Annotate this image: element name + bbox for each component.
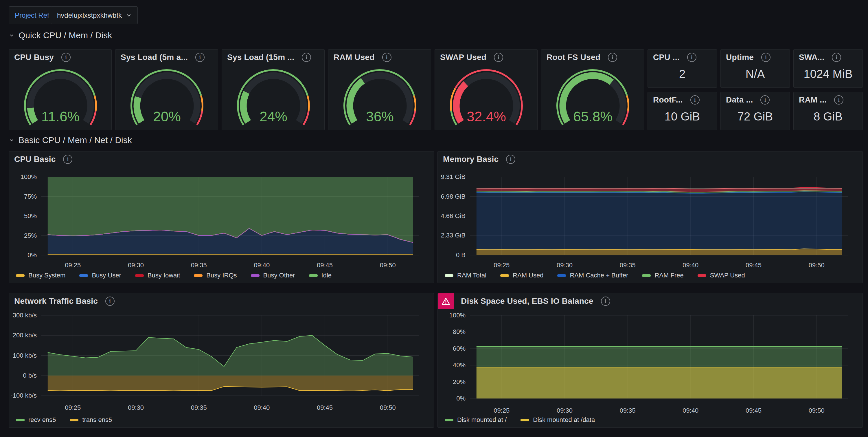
legend-item[interactable]: recv ens5 — [16, 416, 56, 424]
section-basic-cpu-mem-net-disk[interactable]: Basic CPU / Mem / Net / Disk — [9, 135, 132, 146]
panel-title: Data ... — [726, 95, 753, 105]
legend-swatch — [500, 274, 509, 277]
legend-item[interactable]: trans ens5 — [70, 416, 112, 424]
y-axis-label: 0% — [438, 395, 466, 402]
panel-header[interactable]: CPU ... — [648, 50, 717, 65]
legend-item[interactable]: RAM Total — [445, 272, 486, 279]
stat-value: 72 GiB — [721, 110, 789, 123]
panel-title: CPU Busy — [14, 53, 54, 62]
info-icon[interactable] — [105, 296, 115, 306]
y-axis-label: 75% — [9, 193, 37, 200]
legend-swatch — [642, 274, 651, 277]
x-axis-label: 09:40 — [254, 404, 270, 411]
project-ref-label-chip: Project Ref — [9, 6, 55, 24]
panel-header[interactable]: Disk Space Used, EBS IO Balance — [438, 293, 863, 309]
panel-title: RAM Used — [334, 53, 375, 62]
legend-label: Disk mounted at /data — [533, 416, 595, 424]
y-axis-label: 40% — [438, 361, 466, 369]
gauge-value: 11.6% — [41, 109, 80, 124]
info-icon[interactable] — [687, 53, 696, 62]
info-icon[interactable] — [382, 53, 392, 62]
info-icon[interactable] — [761, 53, 771, 62]
panel-memory-basic: Memory Basic 0 B2.33 GiB4.66 GiB6.98 GiB… — [437, 151, 863, 283]
info-icon[interactable] — [63, 155, 72, 164]
gauge-panel: Sys Load (15m ...24% — [222, 49, 324, 130]
chart-legend: recv ens5trans ens5 — [16, 415, 112, 425]
legend-swatch — [194, 274, 203, 277]
x-axis-label: 09:35 — [191, 262, 207, 269]
y-axis-label: 25% — [9, 232, 37, 239]
panel-header[interactable]: Root FS Used — [541, 50, 644, 65]
gauge-panel: Root FS Used65.8% — [541, 49, 644, 130]
panel-header[interactable]: SWAP Used — [435, 50, 537, 65]
panel-header[interactable]: RAM Used — [329, 50, 431, 65]
info-icon[interactable] — [195, 53, 205, 62]
panel-title: Sys Load (5m a... — [121, 53, 188, 62]
info-icon[interactable] — [61, 53, 71, 62]
project-ref-select[interactable]: hvdelujxlxstpxkhwbtk — [51, 6, 138, 24]
panel-header[interactable]: RootF... — [648, 92, 717, 108]
legend-label: RAM Cache + Buffer — [570, 272, 628, 279]
legend-label: Idle — [321, 272, 332, 279]
legend-item[interactable]: Disk mounted at / — [445, 416, 507, 424]
x-axis-label: 09:35 — [191, 404, 207, 411]
panel-header[interactable]: Memory Basic — [438, 151, 863, 167]
x-axis-label: 09:30 — [557, 407, 572, 414]
panel-header[interactable]: Data ... — [721, 92, 789, 108]
info-icon[interactable] — [601, 296, 610, 306]
legend-item[interactable]: Busy System — [16, 272, 65, 279]
y-axis-label: 9.31 GiB — [438, 173, 466, 181]
legend-swatch — [445, 274, 454, 277]
gauge-panel: SWAP Used32.4% — [435, 49, 537, 130]
info-icon[interactable] — [302, 53, 311, 62]
project-ref-label: Project Ref — [15, 11, 49, 20]
x-axis-label: 09:50 — [809, 407, 825, 414]
legend-label: Busy Other — [263, 272, 295, 279]
legend-item[interactable]: Busy IRQs — [194, 272, 237, 279]
legend-label: Busy IRQs — [206, 272, 237, 279]
panel-header[interactable]: CPU Basic — [9, 151, 434, 167]
panel-header[interactable]: Sys Load (5m a... — [116, 50, 218, 65]
chart-legend: Busy SystemBusy UserBusy IowaitBusy IRQs… — [16, 271, 332, 280]
info-icon[interactable] — [761, 95, 770, 105]
panel-header[interactable]: CPU Busy — [9, 50, 112, 65]
panel-header[interactable]: RAM ... — [794, 92, 863, 108]
info-icon[interactable] — [494, 53, 503, 62]
legend-item[interactable]: Busy Iowait — [135, 272, 180, 279]
legend-label: RAM Total — [457, 272, 486, 279]
legend-item[interactable]: RAM Cache + Buffer — [557, 272, 628, 279]
gauge: 36% — [329, 65, 431, 130]
legend-item[interactable]: SWAP Used — [698, 272, 745, 279]
info-icon[interactable] — [608, 53, 617, 62]
info-icon[interactable] — [690, 95, 700, 105]
panel-disk-space-ebs-io: Disk Space Used, EBS IO Balance 0%20%40%… — [437, 293, 863, 428]
panel-header[interactable]: Uptime — [721, 50, 789, 65]
y-axis-label: 100 kb/s — [9, 352, 37, 359]
stat-value: 2 — [648, 67, 717, 81]
panel-network-traffic-basic: Network Traffic Basic -100 kb/s0 b/s100 … — [9, 293, 434, 428]
chevron-down-icon — [9, 32, 14, 38]
panel-header[interactable]: Sys Load (15m ... — [222, 50, 324, 65]
legend-item[interactable]: Busy User — [79, 272, 121, 279]
info-icon[interactable] — [506, 155, 515, 164]
stat-value: 8 GiB — [794, 110, 863, 123]
panel-title: RootF... — [653, 95, 683, 105]
section-quick-cpu-mem-disk[interactable]: Quick CPU / Mem / Disk — [9, 30, 112, 41]
legend-item[interactable]: Disk mounted at /data — [521, 416, 595, 424]
panel-title: Network Traffic Basic — [14, 296, 98, 306]
panel-header[interactable]: Network Traffic Basic — [9, 293, 434, 309]
legend-item[interactable]: RAM Used — [500, 272, 544, 279]
y-axis-label: 100% — [9, 173, 37, 181]
legend-swatch — [557, 274, 566, 277]
legend-swatch — [445, 419, 454, 421]
legend-label: RAM Free — [654, 272, 683, 279]
stat-panel: Data ...72 GiB — [720, 92, 790, 130]
legend-item[interactable]: Idle — [309, 272, 332, 279]
legend-item[interactable]: Busy Other — [251, 272, 295, 279]
legend-label: SWAP Used — [710, 272, 745, 279]
panel-header[interactable]: SWA... — [794, 50, 863, 65]
legend-label: trans ens5 — [82, 416, 112, 424]
info-icon[interactable] — [834, 95, 843, 105]
legend-item[interactable]: RAM Free — [642, 272, 683, 279]
info-icon[interactable] — [832, 53, 841, 62]
